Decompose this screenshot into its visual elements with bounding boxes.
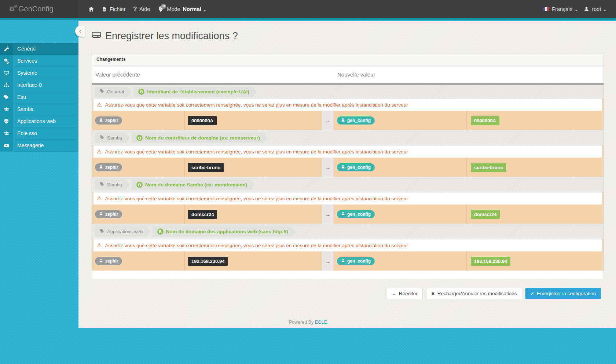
brand-title: GenConfig bbox=[18, 5, 54, 13]
old-source-cell: zephir bbox=[92, 252, 185, 271]
help-menu[interactable]: ? Aide bbox=[133, 6, 150, 12]
new-value: 192.168.230.94 bbox=[471, 257, 510, 266]
new-value: scribe-bruno bbox=[471, 163, 506, 172]
old-source-cell: zephir bbox=[92, 205, 185, 224]
user-icon bbox=[341, 165, 345, 170]
category-tag: Samba bbox=[95, 180, 130, 190]
sidebar-item-label: Samba bbox=[13, 103, 33, 115]
old-source-label: zephir bbox=[105, 212, 118, 217]
warning-icon: ⚠ bbox=[97, 101, 102, 108]
tag-icon bbox=[100, 229, 104, 235]
change-group: Samba B Nom du contrôleur de domaine (ex… bbox=[92, 130, 604, 177]
change-row: zephir 192.168.230.94 → gen_config 192.1… bbox=[92, 252, 604, 271]
new-value-cell: scribe-bruno bbox=[467, 158, 604, 177]
change-group-header: Samba B Nom du contrôleur de domaine (ex… bbox=[92, 130, 604, 145]
main-content: ‹ Enregistrer les modifications ? Change… bbox=[78, 21, 616, 328]
sidebar: Général Services Système Interface-0 Esu… bbox=[0, 20, 78, 364]
new-source-badge: gen_config bbox=[337, 257, 375, 265]
new-source-cell: gen_config bbox=[334, 205, 467, 224]
variable-label: Nom de domaine des applications web (san… bbox=[166, 229, 288, 234]
sidebar-item-label: Messagerie bbox=[13, 140, 44, 151]
warning-text: Assurez-vous que cette variable soit cor… bbox=[105, 243, 408, 248]
user-icon bbox=[584, 6, 589, 12]
variable-tag: B Nom du contrôleur de domaine (ex: mons… bbox=[132, 133, 268, 143]
arrow-cell: → bbox=[322, 158, 334, 177]
warning-row: ⚠ Assurez-vous que cette variable soit c… bbox=[92, 192, 604, 205]
tag-icon bbox=[100, 182, 104, 188]
old-value-cell: domscr24 bbox=[185, 205, 322, 224]
arrow-left-icon: ← bbox=[392, 291, 396, 296]
old-source-badge: zephir bbox=[95, 163, 122, 171]
new-source-cell: gen_config bbox=[334, 158, 467, 177]
new-value-cell: 0000000A bbox=[467, 111, 604, 130]
sidebar-item-systeme[interactable]: Système bbox=[0, 67, 78, 79]
category-tag: Samba bbox=[95, 133, 130, 143]
sidebar-item-label: Eole sso bbox=[13, 127, 37, 139]
genconfig-app: ⚙⚙ GenConfig Fichier ? Aide N Mode Nor bbox=[0, 0, 616, 364]
user-icon bbox=[99, 118, 103, 123]
old-value: scribe-bruno bbox=[188, 163, 224, 172]
user-icon bbox=[341, 212, 345, 217]
sidebar-item-esu[interactable]: Esu bbox=[0, 91, 78, 103]
old-value-cell: 0000000A bbox=[185, 111, 322, 130]
sidebar-item-applications-web[interactable]: php Applications web bbox=[0, 115, 78, 127]
users-icon bbox=[0, 103, 13, 115]
page-title-row: Enregistrer les modifications ? bbox=[92, 30, 616, 42]
new-source-label: gen_config bbox=[347, 165, 371, 170]
arrow-right-icon: → bbox=[325, 118, 331, 124]
mode-value: Normal bbox=[183, 6, 201, 12]
sidebar-item-messagerie[interactable]: Messagerie bbox=[0, 140, 78, 152]
panel-bottom-spacer bbox=[92, 271, 604, 279]
new-source-badge: gen_config bbox=[337, 210, 375, 218]
new-source-badge: gen_config bbox=[337, 116, 375, 125]
category-label: General bbox=[107, 89, 124, 94]
reedit-button[interactable]: ← Rééditer bbox=[387, 288, 423, 299]
reload-cancel-button[interactable]: ✖ Recharger/Annuler les modifications bbox=[426, 288, 522, 299]
users-icon bbox=[0, 127, 13, 139]
user-icon bbox=[341, 118, 345, 123]
sidebar-collapse-button[interactable]: ‹ bbox=[75, 26, 85, 37]
tag-icon bbox=[100, 135, 104, 141]
new-source-label: gen_config bbox=[347, 259, 371, 264]
save-configuration-button[interactable]: ✔ Enregistrer la configuration bbox=[525, 288, 601, 299]
warning-row: ⚠ Assurez-vous que cette variable soit c… bbox=[92, 145, 604, 158]
cogs-icon: ⚙⚙ bbox=[9, 5, 15, 12]
new-source-badge: gen_config bbox=[337, 163, 375, 171]
warning-text: Assurez-vous que cette variable soit cor… bbox=[105, 196, 408, 201]
user-icon bbox=[99, 212, 103, 217]
file-menu[interactable]: Fichier bbox=[102, 6, 126, 12]
home-button[interactable] bbox=[88, 6, 94, 12]
new-value-cell: 192.168.230.94 bbox=[467, 252, 604, 271]
navbar-right: Français ▾ root ▾ bbox=[543, 6, 616, 12]
sidebar-item-label: Système bbox=[13, 67, 37, 79]
sidebar-item-general[interactable]: Général bbox=[0, 43, 78, 55]
sidebar-item-samba[interactable]: Samba bbox=[0, 103, 78, 115]
new-source-label: gen_config bbox=[347, 118, 371, 123]
tag-icon bbox=[100, 89, 104, 95]
sidebar-item-services[interactable]: Services bbox=[0, 55, 78, 67]
sidebar-item-interface-0[interactable]: Interface-0 bbox=[0, 79, 78, 91]
user-icon bbox=[99, 259, 103, 264]
user-dropdown[interactable]: root ▾ bbox=[584, 6, 606, 12]
arrow-right-icon: → bbox=[325, 211, 331, 218]
old-source-badge: zephir bbox=[95, 116, 122, 125]
change-group: Applications web B Nom de domaine des ap… bbox=[92, 224, 604, 271]
mode-dropdown[interactable]: N Mode Normal ▾ bbox=[158, 6, 206, 12]
warning-row: ⚠ Assurez-vous que cette variable soit c… bbox=[92, 239, 604, 252]
old-source-label: zephir bbox=[105, 165, 118, 170]
language-dropdown[interactable]: Français ▾ bbox=[543, 6, 577, 12]
change-group-header: Applications web B Nom de domaine des ap… bbox=[92, 224, 604, 239]
eole-link[interactable]: EOLE bbox=[315, 320, 327, 325]
question-icon: ? bbox=[133, 6, 137, 12]
changes-panel: Changements Valeur précédente Nouvelle v… bbox=[92, 53, 604, 279]
file-icon bbox=[102, 6, 107, 12]
warning-icon: ⚠ bbox=[97, 242, 102, 249]
sidebar-item-eole-sso[interactable]: Eole sso bbox=[0, 127, 78, 140]
new-source-cell: gen_config bbox=[334, 252, 467, 271]
category-tag: General bbox=[95, 87, 132, 97]
warning-row: ⚠ Assurez-vous que cette variable soit c… bbox=[92, 99, 604, 111]
old-source-label: zephir bbox=[105, 259, 118, 264]
file-menu-label: Fichier bbox=[110, 6, 126, 12]
warning-icon: ⚠ bbox=[97, 195, 102, 202]
arrow-cell: → bbox=[322, 252, 334, 271]
